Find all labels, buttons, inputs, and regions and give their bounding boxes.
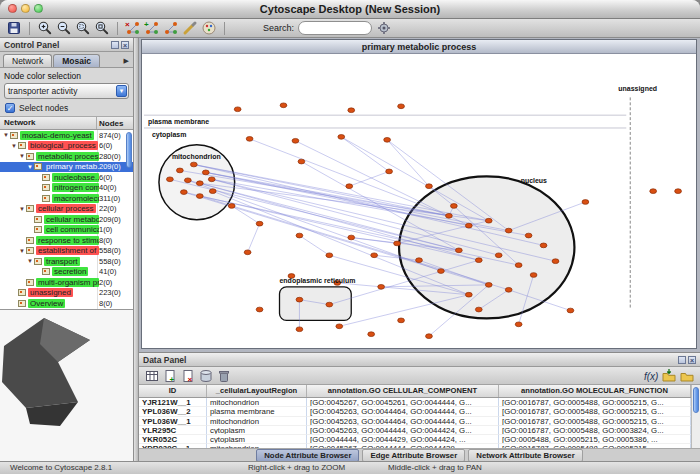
tree-col-nodes[interactable]: Nodes — [97, 119, 133, 128]
graph-node[interactable] — [209, 189, 216, 194]
graph-node[interactable] — [386, 169, 393, 174]
graph-node[interactable] — [530, 273, 537, 278]
tree-row[interactable]: unassigned223(0) — [0, 288, 133, 299]
tree-row[interactable]: ▼establishment of lo...558(0) — [0, 246, 133, 257]
graph-node[interactable] — [298, 159, 305, 164]
tree-expand-icon[interactable]: ▼ — [18, 246, 26, 256]
function-builder-icon[interactable]: f(x) — [643, 368, 659, 384]
graph-node[interactable] — [540, 243, 547, 248]
vizmapper-icon[interactable] — [201, 20, 217, 36]
save-session-icon[interactable] — [6, 20, 22, 36]
tree-row[interactable]: macromolecule...311(0) — [0, 193, 133, 204]
tree-row[interactable]: cell communica...1(0) — [0, 225, 133, 236]
float-panel-icon[interactable] — [111, 41, 119, 49]
graph-node[interactable] — [190, 162, 197, 167]
graph-node[interactable] — [394, 241, 401, 246]
graph-node[interactable] — [346, 184, 353, 189]
graph-node[interactable] — [371, 253, 378, 258]
graph-node[interactable] — [296, 233, 303, 238]
graph-node[interactable] — [398, 318, 405, 323]
data-panel-titlebar[interactable]: Data Panel × — [139, 353, 700, 367]
search-options-icon[interactable] — [376, 20, 392, 36]
column-header[interactable]: _cellularLayoutRegion — [207, 385, 307, 397]
tree-expand-icon[interactable]: ▼ — [18, 204, 26, 214]
graph-node[interactable] — [384, 137, 391, 142]
graph-node[interactable] — [246, 136, 253, 141]
tree-row[interactable]: ▼cellular process22(0) — [0, 204, 133, 215]
graph-node[interactable] — [180, 190, 187, 195]
zoom-fit-icon[interactable] — [94, 20, 110, 36]
graph-node[interactable] — [228, 204, 235, 209]
minimize-window-button[interactable] — [21, 4, 30, 13]
table-row[interactable]: YLR295Ccytoplasm[GO:0045263, GO:0044444,… — [139, 426, 691, 435]
tree-row[interactable]: ▼metabolic process280(0) — [0, 151, 133, 162]
graph-node[interactable] — [567, 308, 574, 313]
overview-thumbnail[interactable] — [0, 310, 133, 462]
tree-expand-icon[interactable]: ▼ — [26, 256, 34, 266]
tab-network[interactable]: Network — [3, 54, 52, 67]
graph-node[interactable] — [348, 108, 355, 113]
graph-node[interactable] — [244, 250, 251, 255]
graph-node[interactable] — [256, 221, 263, 226]
close-panel-icon[interactable]: × — [688, 356, 696, 364]
graph-node[interactable] — [475, 307, 482, 312]
graph-node[interactable] — [296, 297, 303, 302]
tree-col-network[interactable]: Network — [0, 117, 97, 129]
tree-row[interactable]: cellular metabo...209(0) — [0, 214, 133, 225]
network-view-titlebar[interactable]: primary metabolic process — [142, 40, 696, 54]
show-all-icon[interactable]: + — [144, 20, 160, 36]
graph-node[interactable] — [184, 178, 191, 183]
hide-selected-icon[interactable]: × — [125, 20, 141, 36]
table-scrollbar[interactable] — [691, 385, 700, 448]
close-panel-icon[interactable]: × — [121, 41, 129, 49]
graph-node[interactable] — [398, 104, 405, 109]
color-attribute-dropdown[interactable]: transporter activity ▾ — [4, 83, 129, 99]
graph-node[interactable] — [505, 228, 512, 233]
tree-expand-icon[interactable]: ▼ — [2, 130, 10, 140]
graph-node[interactable] — [234, 107, 241, 112]
tree-row[interactable]: Overview8(0) — [0, 298, 133, 309]
table-row[interactable]: YDR039C__1mitochondrion[GO:0045267, GO:0… — [139, 444, 691, 448]
graph-node[interactable] — [450, 204, 457, 209]
graph-node[interactable] — [455, 248, 462, 253]
graph-node[interactable] — [326, 302, 333, 307]
graph-node[interactable] — [292, 138, 299, 143]
graph-node[interactable] — [202, 170, 209, 175]
zoom-in-icon[interactable] — [37, 20, 53, 36]
float-panel-icon[interactable] — [678, 356, 686, 364]
tree-scrollbar-thumb[interactable] — [126, 132, 132, 168]
graph-node[interactable] — [505, 287, 512, 292]
graph-node[interactable] — [208, 177, 215, 182]
graph-node[interactable] — [515, 263, 522, 268]
zoom-window-button[interactable] — [34, 4, 43, 13]
tree-expand-icon[interactable]: ▼ — [18, 151, 26, 161]
network-overview[interactable] — [0, 309, 133, 462]
graph-node[interactable] — [348, 235, 355, 240]
graph-node[interactable] — [196, 194, 203, 199]
graph-node[interactable] — [475, 258, 482, 263]
graph-node[interactable] — [167, 177, 174, 182]
network-canvas[interactable]: plasma membranecytoplasmmitochondrionnuc… — [142, 54, 696, 348]
graph-node[interactable] — [196, 181, 203, 186]
graph-node[interactable] — [485, 218, 492, 223]
open-attributes-icon[interactable] — [679, 368, 695, 384]
graph-node[interactable] — [326, 253, 333, 258]
tree-row[interactable]: ▼transport558(0) — [0, 256, 133, 267]
table-row[interactable]: YKR052Ccytoplasm[GO:0044444, GO:0044429,… — [139, 435, 691, 444]
graph-node[interactable] — [338, 135, 345, 140]
graph-node[interactable] — [650, 189, 657, 194]
tree-row[interactable]: secretion41(0) — [0, 267, 133, 278]
trash-icon[interactable] — [216, 368, 232, 384]
graph-node[interactable] — [438, 269, 445, 274]
annotation-icon[interactable] — [182, 20, 198, 36]
column-header[interactable]: annotation.GO MOLECULAR_FUNCTION — [499, 385, 691, 397]
tree-row[interactable]: ▼primary metab...209(0) — [0, 162, 133, 173]
select-nodes-checkbox[interactable]: ✓ — [5, 103, 15, 113]
graph-node[interactable] — [446, 213, 453, 218]
graph-node[interactable] — [552, 259, 559, 264]
graph-node[interactable] — [256, 307, 263, 312]
delete-attribute-icon[interactable]: × — [180, 368, 196, 384]
window-titlebar[interactable]: Cytoscape Desktop (New Session) — [0, 0, 700, 19]
graph-node[interactable] — [176, 168, 183, 173]
tab-scroll-right-icon[interactable]: ▶ — [120, 57, 133, 67]
